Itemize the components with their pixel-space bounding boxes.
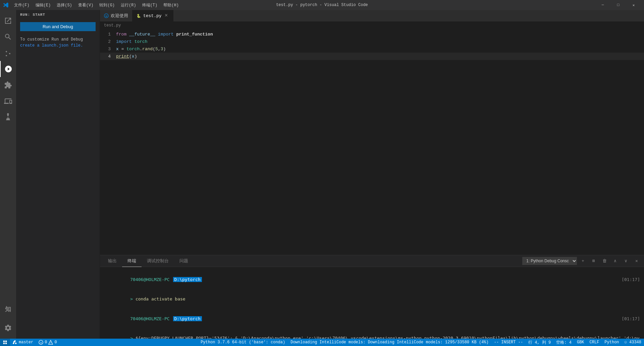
code-editor[interactable]: 1 from __future__ import print_function …: [100, 29, 644, 255]
menu-file[interactable]: 文件(F): [11, 2, 32, 9]
menu-terminal[interactable]: 终端(T): [140, 2, 160, 9]
status-python-env[interactable]: Python 3.7.6 64-bit ('base': conda): [198, 339, 288, 346]
insert-mode-text: -- INSERT --: [494, 340, 523, 345]
split-terminal-button[interactable]: ⊞: [589, 256, 598, 266]
code-line-1: 1 from __future__ import print_function: [100, 30, 644, 38]
panel-collapse-button[interactable]: ∨: [621, 256, 631, 266]
close-button[interactable]: ✕: [626, 0, 641, 10]
window-title: test.py - pytorch - Visual Studio Code: [276, 3, 368, 7]
activity-item-extensions[interactable]: [0, 77, 16, 93]
create-launch-json-link[interactable]: create a launch.json file.: [20, 43, 83, 48]
python-file-icon: 🐍: [137, 13, 141, 18]
minimize-button[interactable]: ─: [595, 0, 610, 10]
menu-edit[interactable]: 编辑(E): [33, 2, 54, 9]
activity-item-remote[interactable]: [0, 93, 16, 109]
status-language[interactable]: Python: [602, 339, 622, 346]
activity-item-test[interactable]: [0, 109, 16, 125]
svg-text:W: W: [105, 14, 107, 18]
activity-item-source-control[interactable]: [0, 45, 16, 61]
code-line-3: 3 x = torch.rand(5,3): [100, 45, 644, 53]
sidebar-header: RUN: START: [16, 10, 100, 19]
menu-help[interactable]: 帮助(H): [161, 2, 181, 9]
panel-expand-button[interactable]: ∧: [610, 256, 620, 266]
welcome-icon: W: [104, 13, 109, 18]
line-number-1: 1: [100, 32, 116, 37]
status-bar: master ✕ 0 ! 0 Python 3.7.6 64-bit ('bas…: [0, 339, 644, 346]
status-errors[interactable]: ✕ 0 ! 0: [36, 339, 59, 346]
activity-item-zhihu[interactable]: 知: [0, 301, 16, 317]
svg-text:✕: ✕: [40, 341, 42, 345]
menu-run[interactable]: 运行(R): [118, 2, 139, 9]
line-number-3: 3: [100, 47, 116, 52]
titlebar-left: 文件(F) 编辑(E) 选择(S) 查看(V) 转到(G) 运行(R) 终端(T…: [3, 2, 181, 9]
code-line-4: 4 print(x): [100, 53, 644, 60]
status-indent[interactable]: 空格: 4: [553, 339, 574, 346]
tab-welcome[interactable]: W 欢迎使用: [100, 10, 132, 21]
activity-item-settings[interactable]: [0, 320, 16, 336]
encoding-text: GBK: [577, 340, 584, 345]
status-intellicode[interactable]: Downloading IntelliCode models: Download…: [288, 339, 491, 346]
panel-tabs-right: 1: Python Debug Consc + ⊞ 🗑 ∧ ∨ ✕: [522, 256, 641, 266]
status-notifications[interactable]: ☺ 43348: [622, 339, 644, 346]
menu-goto[interactable]: 转到(G): [97, 2, 117, 9]
line-number-2: 2: [100, 39, 116, 44]
status-remote-icon[interactable]: [0, 339, 10, 346]
terminal-panel: 输出 终端 调试控制台 问题 1: Python Debug Consc + ⊞…: [100, 255, 644, 339]
tab-test-py-label: test.py: [143, 13, 162, 18]
panel-tab-problems[interactable]: 问题: [174, 255, 194, 267]
svg-text:🐍: 🐍: [137, 14, 141, 18]
language-text: Python: [604, 340, 619, 345]
status-cursor-position[interactable]: 行 4, 列 9: [526, 339, 553, 346]
titlebar-menu: 文件(F) 编辑(E) 选择(S) 查看(V) 转到(G) 运行(R) 终端(T…: [11, 2, 181, 9]
status-git-branch[interactable]: master: [10, 339, 36, 346]
indent-text: 空格: 4: [556, 340, 572, 345]
panel-tab-debug-console[interactable]: 调试控制台: [142, 255, 174, 267]
svg-text:!: !: [50, 341, 52, 344]
sidebar: RUN: START Run and Debug To customize Ru…: [16, 10, 100, 339]
activity-item-search[interactable]: [0, 29, 16, 45]
line-content-4: print(x): [116, 54, 639, 59]
vscode-logo-icon: [3, 2, 9, 8]
panel-tab-terminal[interactable]: 终端: [122, 255, 142, 267]
terminal-line-4: > ${env:DEBUGPY_LAUNCHER_PORT}='53476'; …: [104, 329, 640, 339]
line-content-2: import torch: [116, 39, 639, 44]
tab-close-button[interactable]: ×: [164, 13, 169, 18]
activity-item-run-debug[interactable]: [0, 61, 16, 77]
app-body: 知 RUN: START Run and Debug To customize …: [0, 10, 644, 339]
status-insert-mode: -- INSERT --: [491, 339, 526, 346]
terminal-content[interactable]: 70406@HOLMZE-PC D:\pytorch [01:17] > con…: [100, 267, 644, 339]
term-cmd-2: ${env:DEBUGPY_LAUNCHER_PORT}='53476'; & …: [104, 336, 640, 339]
panel-close-button[interactable]: ✕: [632, 256, 641, 266]
tab-bar: W 欢迎使用 🐍 test.py ×: [100, 10, 644, 22]
terminal-selector[interactable]: 1: Python Debug Consc: [522, 257, 577, 265]
menu-view[interactable]: 查看(V): [75, 2, 96, 9]
sidebar-description: To customize Run and Debug create a laun…: [16, 34, 100, 51]
new-terminal-button[interactable]: +: [578, 256, 588, 266]
status-line-ending[interactable]: CRLF: [587, 339, 602, 346]
term-timestamp-2: [01:17]: [622, 316, 640, 322]
intellicode-text: Downloading IntelliCode models: Download…: [290, 340, 489, 345]
editor-area: W 欢迎使用 🐍 test.py × test.py 1 from __futu…: [100, 10, 644, 339]
term-user-2: 70406@HOLMZE-PC: [130, 316, 169, 321]
titlebar: 文件(F) 编辑(E) 选择(S) 查看(V) 转到(G) 运行(R) 终端(T…: [0, 0, 644, 10]
terminal-line-3: 70406@HOLMZE-PC D:\pytorch [01:17]: [104, 309, 640, 329]
activity-item-explorer[interactable]: [0, 13, 16, 29]
delete-terminal-button[interactable]: 🗑: [600, 256, 609, 266]
term-timestamp-1: [01:17]: [622, 276, 640, 283]
tab-welcome-label: 欢迎使用: [111, 13, 128, 19]
cursor-position-text: 行 4, 列 9: [528, 340, 551, 345]
python-env-text: Python 3.7.6 64-bit ('base': conda): [201, 340, 285, 345]
tab-test-py[interactable]: 🐍 test.py ×: [132, 10, 173, 21]
status-encoding[interactable]: GBK: [574, 339, 587, 346]
panel-tabs: 输出 终端 调试控制台 问题 1: Python Debug Consc + ⊞…: [100, 255, 644, 267]
run-and-debug-button[interactable]: Run and Debug: [20, 22, 96, 31]
term-path-2: D:\pytorch: [173, 316, 202, 321]
line-ending-text: CRLF: [590, 340, 599, 345]
maximize-button[interactable]: □: [610, 0, 626, 10]
breadcrumb: test.py: [100, 22, 644, 29]
panel-tabs-left: 输出 终端 调试控制台 问题: [103, 255, 194, 267]
line-content-1: from __future__ import print_function: [116, 32, 639, 37]
menu-select[interactable]: 选择(S): [54, 2, 75, 9]
git-branch-name: master: [19, 340, 33, 345]
panel-tab-output[interactable]: 输出: [103, 255, 122, 267]
